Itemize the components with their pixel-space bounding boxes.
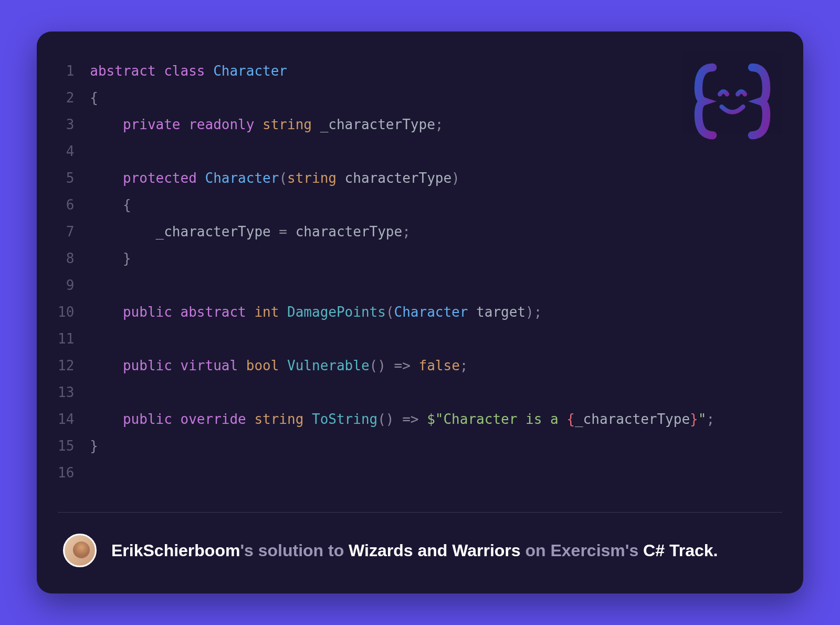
line-number: 5: [58, 165, 74, 192]
code-line: [90, 272, 715, 299]
author-name: ErikSchierboom: [111, 541, 240, 560]
code-card: 12345678910111213141516 abstract class C…: [37, 32, 803, 593]
code-line: public override string ToString() => $"C…: [90, 406, 715, 433]
code-line: protected Character(string characterType…: [90, 165, 715, 192]
line-number: 1: [58, 58, 74, 85]
code-line: public virtual bool Vulnerable() => fals…: [90, 352, 715, 379]
attribution-text: ErikSchierboom's solution to Wizards and…: [111, 541, 718, 560]
code-line: [90, 138, 715, 165]
code-line: abstract class Character: [90, 58, 715, 85]
line-number: 4: [58, 138, 74, 165]
line-number: 8: [58, 245, 74, 272]
code-line: [90, 326, 715, 352]
code-viewer: 12345678910111213141516 abstract class C…: [37, 32, 803, 512]
line-number: 7: [58, 218, 74, 245]
line-number: 3: [58, 111, 74, 138]
code-line: [90, 460, 715, 486]
code-line: {: [90, 192, 715, 218]
line-number-gutter: 12345678910111213141516: [58, 58, 90, 491]
code-line: }: [90, 245, 715, 272]
track-name: C# Track.: [643, 541, 718, 560]
code-line: private readonly string _characterType;: [90, 111, 715, 138]
exercise-name: Wizards and Warriors: [349, 541, 520, 560]
attribution-footer: ErikSchierboom's solution to Wizards and…: [58, 512, 782, 593]
line-number: 6: [58, 192, 74, 218]
line-number: 13: [58, 379, 74, 406]
line-number: 11: [58, 326, 74, 352]
code-content: abstract class Character{ private readon…: [90, 58, 715, 491]
line-number: 16: [58, 460, 74, 486]
code-line: public abstract int DamagePoints(Charact…: [90, 299, 715, 326]
code-line: }: [90, 433, 715, 460]
line-number: 9: [58, 272, 74, 299]
line-number: 14: [58, 406, 74, 433]
line-number: 2: [58, 85, 74, 111]
code-line: _characterType = characterType;: [90, 218, 715, 245]
code-line: {: [90, 85, 715, 111]
line-number: 12: [58, 352, 74, 379]
line-number: 15: [58, 433, 74, 460]
code-line: [90, 379, 715, 406]
line-number: 10: [58, 299, 74, 326]
avatar: [63, 534, 97, 567]
